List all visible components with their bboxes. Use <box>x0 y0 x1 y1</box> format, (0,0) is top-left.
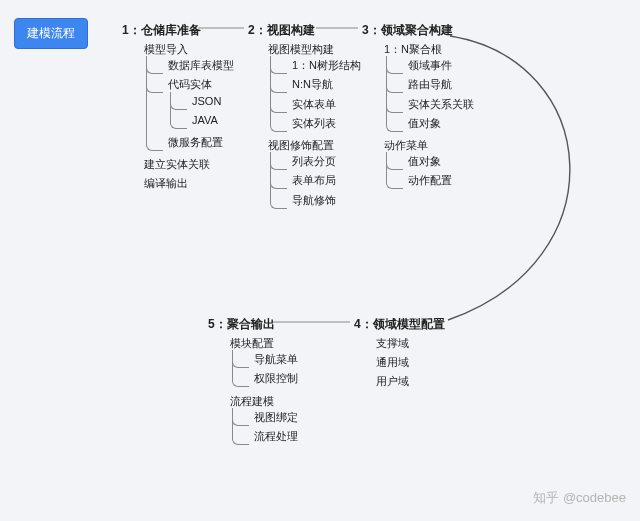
tree-node-label: 模型导入 <box>144 43 188 55</box>
tree-node: 1：N聚合根领域事件路由导航实体关系关联值对象 <box>376 40 474 136</box>
tree-node-label: 模块配置 <box>230 337 274 349</box>
tree-node-label: 视图绑定 <box>254 411 298 423</box>
step-heading: 5：聚合输出 <box>208 316 275 333</box>
tree-node: 导航修饰 <box>284 191 361 210</box>
tree-node-label: 路由导航 <box>408 78 452 90</box>
tree-node-label: JSON <box>192 95 221 107</box>
step-tree: 支撑域通用域用户域 <box>360 334 409 392</box>
tree-node-label: 权限控制 <box>254 372 298 384</box>
tree-node-label: 1：N树形结构 <box>292 59 361 71</box>
tree-node-label: 微服务配置 <box>168 136 223 148</box>
step-heading: 4：领域模型配置 <box>354 316 445 333</box>
tree-node-label: 导航菜单 <box>254 353 298 365</box>
tree-node: 领域事件 <box>400 56 474 75</box>
tree-node: JAVA <box>184 111 234 130</box>
tree-node-label: 值对象 <box>408 117 441 129</box>
tree-node: 数据库表模型 <box>160 56 234 75</box>
tree-node: 支撑域 <box>368 334 409 353</box>
tree-node-label: 支撑域 <box>376 337 409 349</box>
tree-node-label: JAVA <box>192 114 218 126</box>
tree-node-label: 流程处理 <box>254 430 298 442</box>
tree-node-label: 表单布局 <box>292 174 336 186</box>
tree-node: 实体列表 <box>284 114 361 133</box>
tree-node-label: N:N导航 <box>292 78 333 90</box>
tree-node-label: 视图模型构建 <box>268 43 334 55</box>
tree-node: 列表分页 <box>284 152 361 171</box>
tree-node-label: 实体列表 <box>292 117 336 129</box>
tree-node: 值对象 <box>400 114 474 133</box>
step-tree: 视图模型构建1：N树形结构N:N导航实体表单实体列表视图修饰配置列表分页表单布局… <box>252 40 361 213</box>
tree-node-label: 数据库表模型 <box>168 59 234 71</box>
tree-node-label: 编译输出 <box>144 177 188 189</box>
tree-node-label: 用户域 <box>376 375 409 387</box>
tree-node-label: 动作菜单 <box>384 139 428 151</box>
tree-node: 权限控制 <box>246 369 298 388</box>
tree-node: 实体关系关联 <box>400 95 474 114</box>
tree-node-label: 视图修饰配置 <box>268 139 334 151</box>
tree-node-label: 1：N聚合根 <box>384 43 442 55</box>
tree-node-label: 列表分页 <box>292 155 336 167</box>
watermark: 知乎 @codebee <box>533 489 626 507</box>
tree-node-label: 通用域 <box>376 356 409 368</box>
tree-node: 模块配置导航菜单权限控制 <box>222 334 298 392</box>
tree-node: 视图模型构建1：N树形结构N:N导航实体表单实体列表 <box>260 40 361 136</box>
tree-node-label: 值对象 <box>408 155 441 167</box>
tree-node: 视图绑定 <box>246 408 298 427</box>
tree-node-label: 实体表单 <box>292 98 336 110</box>
tree-node: 导航菜单 <box>246 350 298 369</box>
tree-node: 动作配置 <box>400 171 474 190</box>
step-heading: 3：领域聚合构建 <box>362 22 453 39</box>
tree-node: 代码实体JSONJAVA <box>160 75 234 133</box>
tree-node: 表单布局 <box>284 171 361 190</box>
tree-node-label: 动作配置 <box>408 174 452 186</box>
tree-node: N:N导航 <box>284 75 361 94</box>
step-tree: 1：N聚合根领域事件路由导航实体关系关联值对象动作菜单值对象动作配置 <box>368 40 474 194</box>
tree-node-label: 流程建模 <box>230 395 274 407</box>
tree-node: 建立实体关联 <box>136 155 234 174</box>
tree-node-label: 导航修饰 <box>292 194 336 206</box>
tree-node-label: 实体关系关联 <box>408 98 474 110</box>
tree-node: 1：N树形结构 <box>284 56 361 75</box>
step-tree: 模块配置导航菜单权限控制流程建模视图绑定流程处理 <box>214 334 298 449</box>
tree-node: 流程处理 <box>246 427 298 446</box>
tree-node: JSON <box>184 92 234 111</box>
tree-node: 微服务配置 <box>160 133 234 152</box>
tree-node: 流程建模视图绑定流程处理 <box>222 392 298 450</box>
tree-node-label: 建立实体关联 <box>144 158 210 170</box>
tree-node: 通用域 <box>368 353 409 372</box>
tree-node: 用户域 <box>368 372 409 391</box>
tree-node-label: 领域事件 <box>408 59 452 71</box>
tree-node: 视图修饰配置列表分页表单布局导航修饰 <box>260 136 361 213</box>
tree-node: 模型导入数据库表模型代码实体JSONJAVA微服务配置 <box>136 40 234 155</box>
title-badge: 建模流程 <box>14 18 88 49</box>
tree-node: 路由导航 <box>400 75 474 94</box>
step-heading: 1：仓储库准备 <box>122 22 201 39</box>
tree-node-label: 代码实体 <box>168 78 212 90</box>
step-heading: 2：视图构建 <box>248 22 315 39</box>
step-tree: 模型导入数据库表模型代码实体JSONJAVA微服务配置建立实体关联编译输出 <box>128 40 234 194</box>
tree-node: 实体表单 <box>284 95 361 114</box>
tree-node: 动作菜单值对象动作配置 <box>376 136 474 194</box>
tree-node: 值对象 <box>400 152 474 171</box>
tree-node: 编译输出 <box>136 174 234 193</box>
